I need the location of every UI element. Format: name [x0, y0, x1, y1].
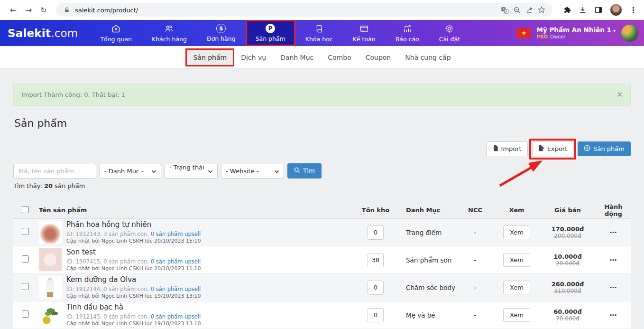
row-checkbox[interactable] [22, 283, 29, 290]
export-button[interactable]: Export [532, 141, 574, 156]
alert-message: Import Thành công: 0, Thất bại: 1 [21, 91, 125, 98]
product-updated: Cập nhật bởi Ngọc Linh CSKH lúc 20/10/20… [66, 238, 201, 244]
zoom-out-icon[interactable] [513, 6, 521, 14]
chevron-down-icon [151, 168, 156, 175]
accounting-card-icon [359, 24, 369, 34]
alert-close-icon[interactable]: × [616, 91, 623, 98]
salekit-logo[interactable]: Salekit.com [0, 20, 90, 46]
results-count: 20 [44, 182, 53, 189]
product-image [39, 276, 62, 299]
header-category: Danh Mục [395, 207, 456, 214]
share-icon[interactable] [525, 6, 534, 14]
translate-icon[interactable] [500, 6, 509, 14]
page-title: Sản phẩm [14, 117, 631, 129]
stock-input[interactable] [368, 308, 384, 322]
browser-forward-button[interactable]: → [22, 3, 35, 17]
website-select[interactable]: - Website - [221, 164, 284, 179]
products-table: Tên sản phẩm Tồn kho Danh Mục NCC Xem Gi… [13, 202, 631, 329]
import-button[interactable]: Import [486, 141, 528, 156]
product-old-price: 20.000đ [539, 260, 596, 267]
tab-san-pham[interactable]: Sản phẩm [186, 49, 233, 66]
chevron-down-icon [274, 168, 279, 175]
product-image [39, 303, 62, 326]
orders-dollar-icon: $ [216, 24, 226, 33]
row-actions-button[interactable]: ⋯ [610, 283, 617, 292]
select-all-checkbox[interactable] [22, 206, 29, 213]
view-button[interactable]: Xem [503, 308, 530, 322]
category-select-value: - Danh Mục - [104, 168, 144, 175]
browser-menu-icon[interactable]: ⋮ [629, 5, 637, 15]
table-body: Phấn hoa hồng tự nhiên ID: 1912143, 3 sả… [13, 219, 631, 329]
stock-input[interactable] [368, 226, 384, 240]
status-select-value: - Trạng thái - [169, 164, 208, 178]
account-menu[interactable]: Mỹ Phẩm An Nhiên 1▾ PROOwner [536, 26, 616, 40]
view-button[interactable]: Xem [503, 253, 530, 267]
browser-reload-button[interactable]: ↻ [37, 3, 50, 17]
nav-item-ke-toan[interactable]: Kế toán [343, 20, 386, 46]
search-button[interactable]: Tìm [287, 163, 322, 179]
row-actions-button[interactable]: ⋯ [610, 311, 617, 320]
tab-dich-vu[interactable]: Dịch vụ [234, 49, 273, 66]
nav-item-bao-cao[interactable]: Báo cáo [386, 20, 429, 46]
logo-brand: Salekit [8, 27, 51, 39]
nav-item-san-pham[interactable]: P Sản phẩm [246, 20, 295, 46]
nav-item-label: Khách hàng [152, 36, 187, 43]
nav-item-don-hang[interactable]: $ Đơn hàng [197, 20, 246, 46]
tab-danh-muc[interactable]: Danh Mục [274, 49, 320, 66]
browser-profile-avatar[interactable] [610, 4, 622, 16]
add-product-button[interactable]: Sản phẩm [578, 141, 631, 156]
product-old-price: 310.000đ [539, 288, 596, 294]
bookmark-star-icon[interactable] [537, 6, 546, 14]
address-bar[interactable]: salekit.com/product/ [56, 3, 552, 17]
import-button-label: Import [501, 145, 522, 152]
tab-coupon[interactable]: Coupon [359, 49, 398, 66]
downloads-icon[interactable] [579, 6, 587, 14]
table-header: Tên sản phẩm Tồn kho Danh Mục NCC Xem Gi… [13, 202, 631, 219]
nav-item-cai-dat[interactable]: Cài đặt [429, 20, 470, 46]
nav-item-khoa-hoc[interactable]: Khóa học [295, 20, 343, 46]
main-navigation: Salekit.com Tổng quan Khách hàng $ Đơn h… [0, 20, 644, 46]
category-select[interactable]: - Danh Mục - [100, 164, 161, 179]
upsell-link[interactable]: 0 sản phẩm upsell [151, 258, 201, 265]
nav-item-label: Kế toán [353, 36, 376, 43]
product-supplier: - [474, 228, 477, 237]
upsell-link[interactable]: 0 sản phẩm upsell [151, 286, 201, 292]
nav-item-tong-quan[interactable]: Tổng quan [90, 20, 142, 46]
tab-nha-cung-cap[interactable]: Nhà cung cấp [398, 49, 457, 66]
stock-input[interactable] [368, 253, 384, 267]
stock-input[interactable] [368, 281, 384, 295]
product-updated: Cập nhật bởi Ngọc Linh CSKH lúc 20/10/20… [66, 265, 201, 272]
upsell-link[interactable]: 0 sản phẩm upsell [151, 313, 201, 320]
header-name: Tên sản phẩm [39, 207, 357, 214]
product-image [39, 248, 62, 271]
tab-combo[interactable]: Combo [321, 49, 358, 66]
nav-item-label: Sản phẩm [256, 35, 285, 42]
side-panel-icon[interactable] [594, 6, 603, 14]
product-name[interactable]: Tinh dầu bạc hà [66, 303, 201, 312]
nav-item-khach-hang[interactable]: Khách hàng [142, 20, 197, 46]
view-button[interactable]: Xem [503, 281, 530, 294]
upsell-link[interactable]: 0 sản phẩm upsell [151, 231, 201, 237]
account-avatar[interactable] [621, 25, 638, 42]
product-image [39, 221, 62, 244]
row-actions-button[interactable]: ⋯ [610, 228, 617, 237]
product-name[interactable]: Son test [66, 248, 201, 257]
row-checkbox[interactable] [22, 228, 29, 235]
vietnam-flag-icon[interactable]: ★ [516, 28, 531, 38]
file-import-icon [492, 145, 498, 153]
row-checkbox[interactable] [22, 310, 29, 318]
browser-toolbar: ← → ↻ salekit.com/product/ [0, 0, 644, 20]
product-price: 60.000đ [539, 308, 596, 315]
row-actions-button[interactable]: ⋯ [610, 256, 617, 264]
view-button[interactable]: Xem [503, 226, 530, 239]
header-price: Giá bán [554, 207, 581, 214]
status-select[interactable]: - Trạng thái - [165, 164, 218, 179]
product-name[interactable]: Phấn hoa hồng tự nhiên [66, 220, 201, 230]
browser-back-button[interactable]: ← [7, 3, 20, 17]
browser-actions: ⋮ [558, 4, 639, 16]
product-name[interactable]: Kem dưỡng da Olva [66, 275, 201, 285]
extensions-puzzle-icon[interactable] [563, 6, 571, 14]
row-checkbox[interactable] [22, 255, 29, 263]
lock-icon [63, 6, 71, 14]
search-input[interactable] [13, 164, 96, 179]
